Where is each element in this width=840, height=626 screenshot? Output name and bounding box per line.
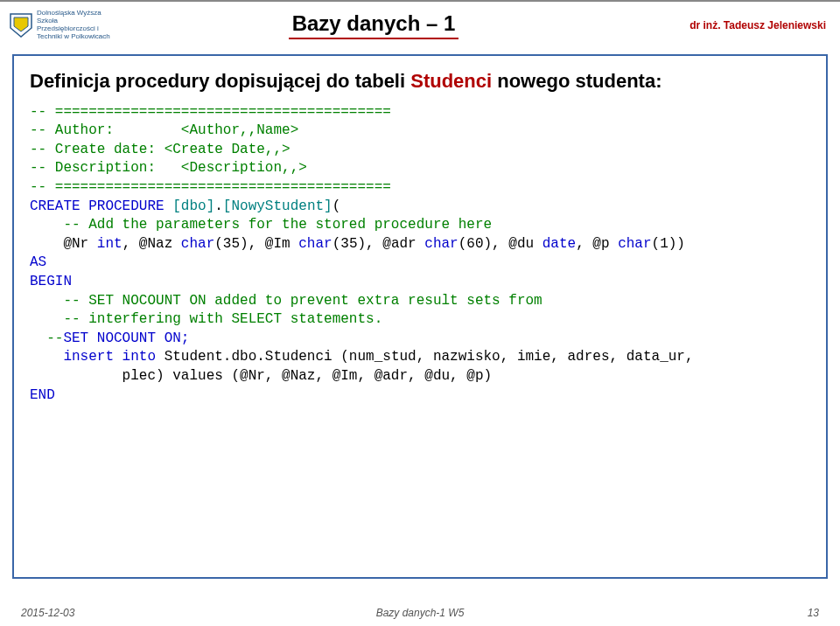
code-text: @Nr	[30, 236, 97, 252]
code-kw: --	[30, 330, 63, 346]
code-stmt: SET NOCOUNT ON;	[63, 330, 189, 346]
code-block: -- =====================================…	[30, 103, 810, 406]
heading-post: nowego studenta:	[492, 70, 662, 92]
code-type: char	[181, 236, 214, 252]
code-line: -- Author: <Author,,Name>	[30, 122, 298, 138]
logo-text: Dolnośląska Wyższa Szkoła Przedsiębiorcz…	[37, 10, 114, 40]
slide-footer: 2015-12-03 Bazy danych-1 W5 13	[0, 607, 840, 619]
code-kw: AS	[30, 254, 46, 270]
code-text: (35), @Im	[214, 236, 298, 252]
title-wrap: Bazy danych – 1	[114, 11, 634, 39]
footer-date: 2015-12-03	[21, 607, 74, 619]
code-text: (60), @du	[458, 236, 542, 252]
code-ident: [dbo]	[172, 198, 214, 214]
slide-header: Dolnośląska Wyższa Szkoła Przedsiębiorcz…	[0, 0, 840, 45]
code-type: char	[424, 236, 458, 252]
code-kw: CREATE PROCEDURE	[30, 198, 172, 214]
course-title: Bazy danych – 1	[289, 11, 459, 39]
code-type: int	[97, 236, 122, 252]
code-line: -- interfering with SELECT statements.	[30, 311, 382, 327]
footer-page: 13	[808, 607, 819, 619]
code-type: date	[542, 236, 576, 252]
heading-pre: Definicja procedury dopisującej do tabel…	[30, 70, 410, 92]
code-type: char	[298, 236, 332, 252]
code-line: -- SET NOCOUNT ON added to prevent extra…	[30, 293, 542, 309]
code-kw: END	[30, 387, 55, 403]
code-ident: [NowyStudent]	[223, 198, 332, 214]
code-line: -- =====================================…	[30, 179, 391, 195]
code-line: -- Create date: <Create Date,,>	[30, 142, 290, 157]
code-text: , @Naz	[122, 236, 181, 252]
shield-icon	[9, 12, 33, 38]
school-logo: Dolnośląska Wyższa Szkoła Przedsiębiorcz…	[9, 10, 114, 40]
code-ident: Student.dbo.Studenci	[164, 349, 341, 365]
slide-author: dr inż. Tadeusz Jeleniewski	[634, 19, 831, 31]
code-text: (num_stud, nazwisko, imie, adres, data_u…	[340, 349, 693, 365]
code-line: plec) values (@Nr, @Naz, @Im, @adr, @du,…	[30, 368, 492, 384]
heading-highlight: Studenci	[410, 70, 492, 92]
code-text: (35), @adr	[332, 236, 425, 252]
code-line: -- =====================================…	[30, 104, 391, 120]
code-punct: (	[332, 198, 341, 214]
code-kw: insert into	[30, 349, 164, 365]
code-kw: BEGIN	[30, 274, 72, 289]
section-heading: Definicja procedury dopisującej do tabel…	[30, 68, 810, 94]
code-text: (1))	[652, 236, 685, 252]
footer-center: Bazy danych-1 W5	[376, 607, 465, 619]
code-text: , @p	[576, 236, 618, 252]
code-punct: .	[214, 198, 223, 214]
code-line: -- Description: <Description,,>	[30, 160, 307, 176]
code-type: char	[618, 236, 651, 252]
code-line: -- Add the parameters for the stored pro…	[30, 217, 492, 233]
content-box: Definicja procedury dopisującej do tabel…	[12, 54, 828, 579]
